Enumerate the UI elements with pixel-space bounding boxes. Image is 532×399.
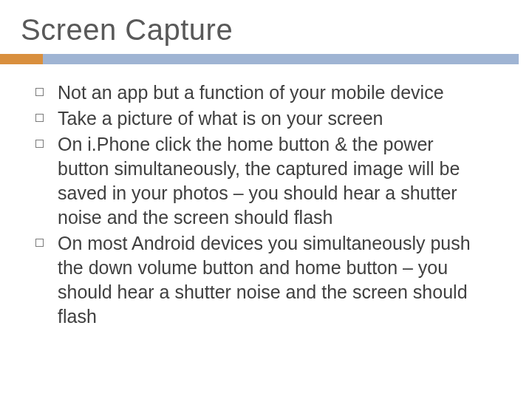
list-item: On i.Phone click the home button & the p…: [25, 132, 488, 230]
bullet-list: Not an app but a function of your mobile…: [25, 81, 488, 329]
content-area: Not an app but a function of your mobile…: [0, 81, 532, 329]
rule-accent: [0, 54, 43, 64]
list-item: On most Android devices you simultaneous…: [25, 231, 488, 329]
bullet-text: Take a picture of what is on your screen: [58, 108, 383, 129]
bullet-text: On most Android devices you simultaneous…: [58, 233, 471, 327]
title-rule: [0, 54, 532, 64]
slide-title: Screen Capture: [0, 0, 532, 54]
bullet-text: On i.Phone click the home button & the p…: [58, 134, 460, 228]
rule-bar: [43, 54, 519, 64]
slide: Screen Capture Not an app but a function…: [0, 0, 532, 399]
bullet-text: Not an app but a function of your mobile…: [58, 82, 444, 103]
list-item: Take a picture of what is on your screen: [25, 106, 488, 131]
list-item: Not an app but a function of your mobile…: [25, 81, 488, 105]
